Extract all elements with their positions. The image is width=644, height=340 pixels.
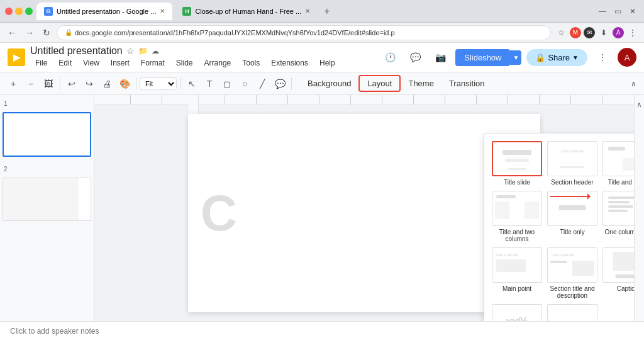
menu-slide[interactable]: Slide — [171, 57, 198, 69]
zoom-in-button[interactable]: + — [5, 76, 21, 92]
tab-presentation[interactable]: G Untitled presentation - Google ... ✕ — [36, 3, 172, 20]
address-bar[interactable]: 🔒 docs.google.com/presentation/d/1hFh6fx… — [57, 25, 551, 40]
folder-icon[interactable]: 📁 — [138, 47, 148, 55]
layout-thumb-section-header[interactable]: Click to add title — [547, 141, 597, 176]
thumb-section-line — [560, 166, 585, 168]
menu-help[interactable]: Help — [314, 57, 340, 69]
layout-item-blank[interactable]: Blank — [547, 304, 597, 321]
slideshow-dropdown-button[interactable]: ▼ — [510, 50, 521, 65]
layout-thumb-two-columns[interactable] — [492, 191, 542, 226]
redo-button[interactable]: ↪ — [81, 76, 97, 92]
image-button[interactable]: 🖼 — [40, 76, 57, 92]
layout-thumb-main-point[interactable]: Click to add title — [492, 247, 542, 283]
right-panel-toggle[interactable]: ∧ — [634, 95, 644, 321]
menu-file[interactable]: File — [30, 57, 52, 69]
toolbar-divider-4 — [291, 77, 292, 90]
menu-insert[interactable]: Insert — [106, 57, 135, 69]
minimize-browser-button[interactable]: — — [596, 5, 609, 18]
paint-format-button[interactable]: 🎨 — [116, 76, 133, 92]
extension-icon-3[interactable]: ⬇ — [597, 26, 610, 39]
close-browser-button[interactable]: ✕ — [626, 5, 639, 18]
slide-large-letter: C — [201, 184, 237, 242]
forward-button[interactable]: → — [23, 26, 36, 39]
text-tool[interactable]: T — [201, 76, 218, 92]
comment-button[interactable]: 💬 — [272, 76, 288, 92]
layout-item-section-header[interactable]: Click to add title Section header — [547, 141, 597, 186]
speaker-notes[interactable]: Click to add speaker notes — [0, 321, 644, 340]
menu-extensions[interactable]: Extensions — [266, 57, 313, 69]
avatar[interactable]: A — [618, 48, 636, 67]
cursor-tool[interactable]: ↖ — [184, 76, 200, 92]
comments-icon[interactable]: 💬 — [405, 47, 425, 67]
menu-arrange[interactable]: Arrange — [199, 57, 236, 69]
share-button[interactable]: 🔒 Share ▼ — [526, 49, 587, 66]
shape-tool[interactable]: ○ — [236, 76, 253, 92]
undo-button[interactable]: ↩ — [64, 76, 80, 92]
extension-icon-2[interactable]: ✉ — [584, 27, 595, 38]
layout-thumb-big-number[interactable]: xx% — [492, 304, 542, 321]
layout-thumb-title-body[interactable] — [602, 141, 634, 176]
share-icon: 🔒 — [535, 53, 545, 62]
thumb-click-text: Click to add title — [561, 149, 583, 153]
layout-item-title-slide[interactable]: Title slide — [492, 141, 542, 186]
reload-button[interactable]: ↻ — [40, 26, 53, 39]
menu-view[interactable]: View — [78, 57, 104, 69]
address-text: docs.google.com/presentation/d/1hFh6fxP7… — [75, 29, 395, 37]
layout-item-two-columns[interactable]: Title and two columns — [492, 191, 542, 242]
layout-thumb-title-slide[interactable] — [492, 141, 542, 176]
red-arrow-indicator — [550, 193, 594, 200]
bookmark-icon[interactable]: ☆ — [555, 26, 567, 39]
more-icon[interactable]: ⋮ — [592, 47, 613, 67]
minimize-window-button[interactable] — [15, 8, 23, 15]
collapse-toolbar-button[interactable]: ∧ — [628, 77, 639, 91]
layout-item-one-column[interactable]: One column text — [602, 191, 634, 242]
slide-preview-1 — [4, 113, 79, 156]
present-options-icon[interactable]: 📷 — [430, 47, 450, 67]
restore-browser-button[interactable]: ▭ — [611, 5, 624, 18]
slideshow-button[interactable]: Slideshow — [455, 49, 510, 66]
thumb-col-1 — [495, 201, 509, 219]
theme-tab[interactable]: Theme — [401, 76, 441, 91]
zoom-selector[interactable]: Fit 50% 75% 100% — [140, 77, 177, 90]
new-tab-button[interactable]: + — [320, 4, 333, 18]
layout-item-big-number[interactable]: xx% Big number — [492, 304, 542, 321]
tab-label-2: Close-up of Human Hand - Free ... — [195, 8, 301, 15]
cloud-icon[interactable]: ☁ — [152, 47, 159, 55]
back-button[interactable]: ← — [5, 26, 19, 39]
transition-tab[interactable]: Transition — [441, 76, 492, 91]
tab-image[interactable]: H Close-up of Human Hand - Free ... ✕ — [175, 3, 318, 20]
extension-icon-1[interactable]: M — [570, 27, 581, 38]
slide-thumbnail-1[interactable] — [3, 112, 91, 157]
menu-tools[interactable]: Tools — [237, 57, 265, 69]
layout-thumb-section-title-desc[interactable]: Click to add title — [547, 247, 597, 283]
tab-close-2[interactable]: ✕ — [305, 8, 310, 14]
layout-thumb-one-column[interactable] — [602, 191, 634, 226]
layout-item-main-point[interactable]: Click to add title Main point — [492, 247, 542, 299]
menu-edit[interactable]: Edit — [53, 57, 77, 69]
profile-icon[interactable]: A — [613, 27, 624, 38]
layout-item-title-body[interactable]: Title and body — [602, 141, 634, 186]
menu-format[interactable]: Format — [136, 57, 170, 69]
more-options-icon[interactable]: ⋮ — [626, 26, 639, 39]
history-icon[interactable]: 🕐 — [380, 47, 400, 67]
tab-close-1[interactable]: ✕ — [160, 8, 165, 14]
layout-item-caption[interactable]: Caption — [602, 247, 634, 299]
image-insert-tool[interactable]: ◻ — [219, 76, 235, 92]
zoom-out-button[interactable]: − — [23, 76, 39, 92]
slide-thumbnail-2[interactable] — [3, 178, 91, 221]
app-title-area: Untitled presentation ☆ 📁 ☁ File Edit Vi… — [30, 45, 340, 69]
close-window-button[interactable] — [5, 8, 13, 15]
thumb-main-point-body — [496, 259, 526, 272]
toolbar-divider-3 — [180, 77, 180, 90]
toolbar-divider-2 — [136, 77, 136, 90]
layout-item-section-title-desc[interactable]: Click to add title Section title and des… — [547, 247, 597, 299]
star-icon[interactable]: ☆ — [126, 46, 135, 56]
background-tab[interactable]: Background — [300, 76, 358, 91]
print-button[interactable]: 🖨 — [99, 76, 115, 92]
layout-thumb-caption[interactable] — [602, 247, 634, 283]
maximize-window-button[interactable] — [25, 8, 33, 15]
line-tool[interactable]: ╱ — [254, 76, 270, 92]
layout-tab[interactable]: Layout — [358, 75, 401, 92]
layout-thumb-blank[interactable] — [547, 304, 597, 321]
tab-favicon-1: G — [44, 7, 53, 16]
